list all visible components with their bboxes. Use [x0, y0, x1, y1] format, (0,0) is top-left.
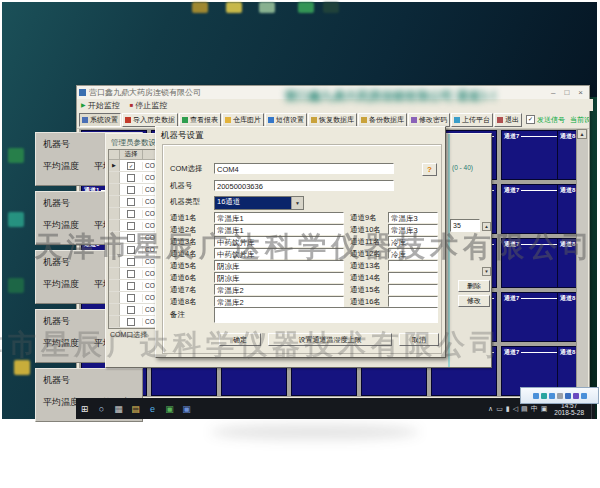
desktop-icon[interactable] — [298, 2, 314, 13]
send-signal-checkbox[interactable]: ✓ 发送信号 — [526, 115, 565, 125]
machine-no-input[interactable]: 20050003636 — [214, 180, 394, 191]
tray-popup-icon-5[interactable] — [565, 393, 571, 399]
desktop-icon[interactable] — [8, 212, 24, 227]
edge-browser-icon[interactable]: e — [144, 400, 161, 417]
row-checkbox[interactable] — [127, 210, 135, 218]
start-monitor-icon: ▶ — [81, 102, 86, 108]
help-button[interactable]: ? — [422, 163, 437, 176]
row-checkbox[interactable]: ✓ — [127, 162, 135, 170]
maximize-button[interactable]: □ — [564, 88, 569, 97]
volume-icon[interactable]: ◁ — [513, 405, 518, 413]
restore-database-button[interactable]: 恢复数据库 — [308, 113, 357, 127]
view-reports-label: 查看报表 — [190, 115, 218, 125]
channel-panel[interactable]: 通道8 — [557, 238, 576, 288]
minimize-button[interactable]: – — [551, 88, 555, 97]
row-checkbox[interactable] — [127, 222, 135, 230]
task-view-icon[interactable]: ▦ — [110, 400, 127, 417]
backup-database-button[interactable]: 备份数据库 — [358, 113, 407, 127]
channel-panel[interactable]: 通道8 — [557, 184, 576, 234]
checkbox-check-icon: ✓ — [526, 115, 535, 124]
start-button[interactable]: ⊞ — [76, 400, 93, 417]
channel-name-input[interactable]: 冷库 — [388, 236, 438, 247]
set-channel-limits-button[interactable]: 设置通道温湿度上限 — [268, 333, 392, 346]
channel-name-input[interactable]: 冷库 — [388, 248, 438, 259]
warehouse-pictures-icon — [225, 117, 231, 123]
chevron-up-icon[interactable]: ∧ — [488, 405, 493, 413]
channel-name-input[interactable] — [388, 296, 438, 307]
tray-popup-icon-3[interactable] — [549, 393, 555, 399]
channel-name-input[interactable] — [388, 260, 438, 271]
channel-name-input[interactable] — [388, 284, 438, 295]
row-checkbox[interactable] — [127, 234, 135, 242]
ok-button[interactable]: 确定 — [219, 333, 261, 346]
change-password-button[interactable]: 修改密码 — [408, 113, 450, 127]
desktop-icon[interactable] — [14, 360, 30, 375]
row-checkbox[interactable] — [127, 294, 135, 302]
channel-panel-label: 通道7 — [504, 186, 519, 195]
view-reports-button[interactable]: 查看报表 — [179, 113, 221, 127]
ime-chinese-icon[interactable]: 中 — [531, 404, 538, 414]
cancel-button[interactable]: 取消 — [399, 333, 439, 346]
avg-temperature-label: 平均温度 — [43, 278, 79, 291]
row-checkbox[interactable] — [127, 198, 135, 206]
row-checkbox[interactable] — [127, 186, 135, 194]
action-center-icon[interactable]: ▣ — [541, 405, 548, 413]
app-icon-green[interactable]: ▣ — [161, 400, 178, 417]
current-device-label: 当前设备 — [570, 115, 589, 125]
select-cell — [120, 210, 143, 218]
channel-panel-header: 通道8 — [558, 131, 576, 140]
channel-name-input[interactable] — [388, 272, 438, 283]
desktop-icon[interactable] — [259, 2, 275, 13]
modify-button[interactable]: 修改 — [458, 295, 490, 307]
close-button[interactable]: × — [578, 88, 583, 97]
row-checkbox[interactable] — [127, 258, 135, 266]
channel-panel[interactable]: 通道8 — [557, 130, 576, 180]
note-input[interactable] — [214, 307, 438, 323]
import-history-data-button[interactable]: 导入历史数据 — [122, 113, 178, 127]
vertical-scrollbar[interactable]: ▲ ▼ — [576, 129, 588, 397]
app-icon-blue[interactable]: ▣ — [178, 400, 195, 417]
machine-type-combo[interactable]: 16通道 ▼ — [214, 196, 304, 210]
row-checkbox[interactable] — [127, 282, 135, 290]
desktop-icon[interactable] — [226, 2, 242, 13]
desktop-icon[interactable] — [8, 148, 24, 163]
desktop-icon[interactable] — [8, 278, 24, 293]
limit-value-input[interactable]: 35 — [450, 219, 480, 232]
row-checkbox[interactable] — [127, 318, 135, 326]
com-select-input[interactable]: COM4 — [214, 163, 394, 174]
delete-button[interactable]: 删除 — [458, 280, 490, 292]
row-checkbox[interactable] — [127, 174, 135, 182]
tray-popup-icon-4[interactable] — [557, 393, 563, 399]
scroll-up-icon[interactable]: ▲ — [577, 129, 587, 139]
spinner-down-icon[interactable]: ▼ — [482, 267, 491, 276]
row-checkbox[interactable] — [127, 270, 135, 278]
spinner-up-icon[interactable]: ▲ — [482, 222, 491, 231]
channel-name-input[interactable]: 常温库3 — [388, 212, 438, 223]
channel-name-input[interactable]: 常温库3 — [388, 224, 438, 235]
select-cell — [120, 234, 143, 242]
folder-icon[interactable]: ▭ — [496, 405, 503, 413]
menu-start-monitor[interactable]: ▶ 开始监控 — [81, 100, 120, 111]
upload-platform-button[interactable]: 上传平台 — [451, 113, 493, 127]
clock-date: 2018-5-28 — [554, 409, 584, 416]
tray-popup-icon-6[interactable] — [573, 393, 579, 399]
row-checkbox[interactable] — [127, 246, 135, 254]
exit-button[interactable]: 退出 — [494, 113, 522, 127]
row-checkbox[interactable] — [127, 306, 135, 314]
tray-popup-icon-2[interactable] — [541, 393, 547, 399]
channel-panel[interactable]: 通道8 — [557, 292, 576, 342]
search-icon[interactable]: ○ — [93, 400, 110, 417]
row-marker — [109, 196, 120, 207]
battery-icon[interactable]: ▮ — [506, 405, 510, 413]
network-icon[interactable]: ▤ — [521, 405, 528, 413]
file-explorer-icon[interactable]: ▤ — [127, 400, 144, 417]
tray-popup-icon-7[interactable] — [581, 393, 587, 399]
menu-stop-monitor[interactable]: ■ 停止监控 — [130, 100, 168, 111]
desktop-icon[interactable] — [192, 2, 208, 13]
warehouse-pictures-button[interactable]: 仓库图片 — [222, 113, 264, 127]
tray-popup-icon-1[interactable] — [533, 393, 539, 399]
sms-settings-button[interactable]: 短信设置 — [265, 113, 307, 127]
system-settings-button[interactable]: 系统设置 — [79, 113, 121, 127]
row-marker — [109, 268, 120, 279]
desktop-icon[interactable] — [323, 2, 339, 13]
